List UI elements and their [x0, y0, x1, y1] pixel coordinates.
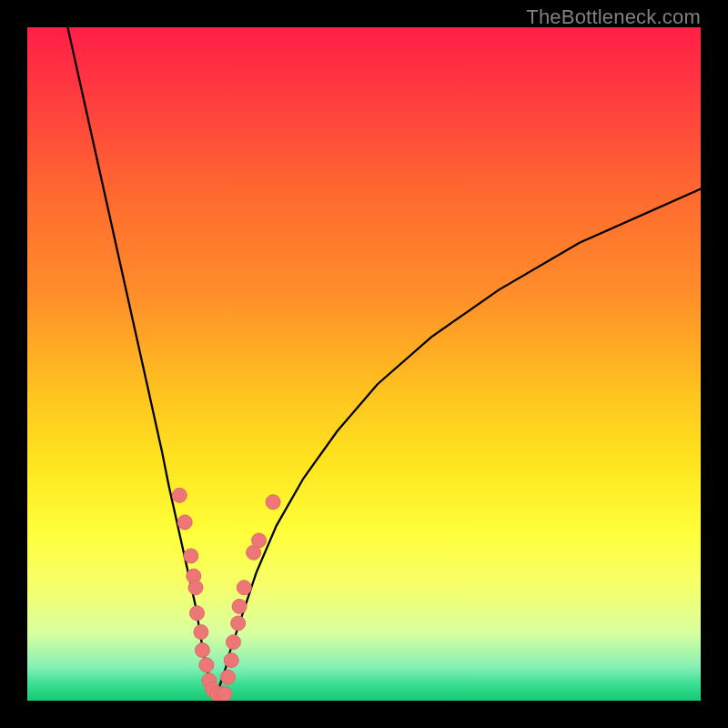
chart-frame: TheBottleneck.com — [0, 0, 728, 728]
data-point — [226, 635, 240, 650]
data-point — [199, 658, 214, 672]
plot-area — [27, 27, 701, 701]
data-point — [231, 616, 246, 631]
watermark-label: TheBottleneck.com — [526, 5, 701, 29]
data-point — [217, 687, 232, 701]
data-point — [177, 515, 192, 530]
data-point — [266, 495, 280, 510]
data-point — [195, 643, 209, 658]
bottleneck-curve-right — [216, 189, 701, 694]
data-point — [221, 670, 236, 684]
data-point — [184, 549, 198, 563]
data-point — [194, 625, 208, 640]
data-point — [252, 533, 267, 548]
data-point — [224, 653, 238, 668]
curve-layer — [27, 27, 701, 701]
data-point — [188, 581, 203, 595]
data-point — [232, 599, 247, 613]
data-point — [172, 488, 187, 502]
data-point — [189, 606, 204, 621]
data-point — [237, 581, 251, 595]
